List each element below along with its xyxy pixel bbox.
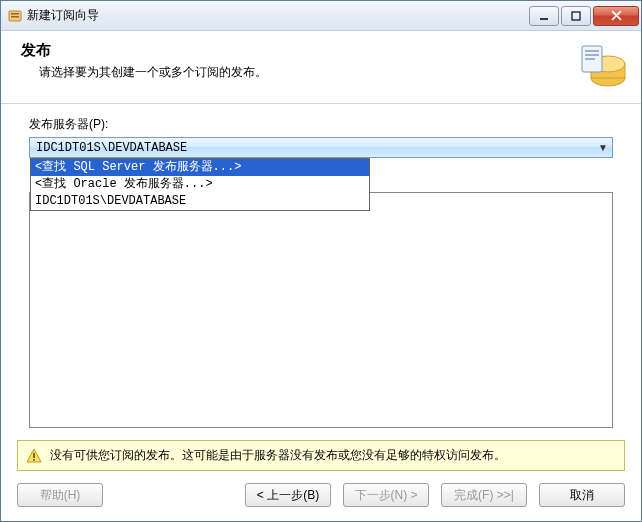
svg-rect-1 <box>11 13 19 15</box>
warning-icon <box>26 448 42 464</box>
maximize-button[interactable] <box>561 6 591 26</box>
svg-rect-10 <box>585 54 599 56</box>
warning-text: 没有可供您订阅的发布。这可能是由于服务器没有发布或您没有足够的特权访问发布。 <box>50 447 506 464</box>
svg-rect-4 <box>572 12 580 20</box>
button-row: 帮助(H) < 上一步(B) 下一步(N) > 完成(F) >>| 取消 <box>1 471 641 521</box>
body: 发布服务器(P): IDC1DT01S\DEVDATABASE ▼ <查找 SQ… <box>1 104 641 434</box>
page-subtitle: 请选择要为其创建一个或多个订阅的发布。 <box>21 64 577 81</box>
publisher-label: 发布服务器(P): <box>29 116 613 133</box>
svg-rect-9 <box>585 50 599 52</box>
dropdown-option[interactable]: <查找 Oracle 发布服务器...> <box>31 176 369 193</box>
dropdown-option[interactable]: IDC1DT01S\DEVDATABASE <box>31 193 369 210</box>
header-strip: 发布 请选择要为其创建一个或多个订阅的发布。 <box>1 31 641 104</box>
svg-rect-12 <box>33 453 35 458</box>
svg-rect-3 <box>540 18 548 20</box>
minimize-button[interactable] <box>529 6 559 26</box>
chevron-down-icon: ▼ <box>594 142 612 153</box>
publisher-combobox[interactable]: IDC1DT01S\DEVDATABASE ▼ <查找 SQL Server 发… <box>29 137 613 158</box>
close-button[interactable] <box>593 6 639 26</box>
dropdown-option[interactable]: <查找 SQL Server 发布服务器...> <box>31 159 369 176</box>
publisher-dropdown: <查找 SQL Server 发布服务器...> <查找 Oracle 发布服务… <box>30 158 370 211</box>
window-title: 新建订阅向导 <box>27 7 529 24</box>
header-text: 发布 请选择要为其创建一个或多个订阅的发布。 <box>21 41 577 81</box>
svg-rect-13 <box>33 459 35 461</box>
window-controls <box>529 6 639 26</box>
svg-rect-11 <box>585 58 595 60</box>
page-title: 发布 <box>21 41 577 60</box>
wizard-window: 新建订阅向导 发布 请选择要为其创建一个或多个订阅的发布。 <box>0 0 642 522</box>
publications-listbox[interactable] <box>29 192 613 428</box>
app-icon <box>7 8 23 24</box>
finish-button[interactable]: 完成(F) >>| <box>441 483 527 507</box>
next-button[interactable]: 下一步(N) > <box>343 483 429 507</box>
titlebar: 新建订阅向导 <box>1 1 641 31</box>
cancel-button[interactable]: 取消 <box>539 483 625 507</box>
help-button[interactable]: 帮助(H) <box>17 483 103 507</box>
publisher-selected: IDC1DT01S\DEVDATABASE <box>30 141 594 155</box>
back-button[interactable]: < 上一步(B) <box>245 483 331 507</box>
svg-rect-2 <box>11 16 19 18</box>
header-graphic-icon <box>577 41 627 89</box>
warning-bar: 没有可供您订阅的发布。这可能是由于服务器没有发布或您没有足够的特权访问发布。 <box>17 440 625 471</box>
